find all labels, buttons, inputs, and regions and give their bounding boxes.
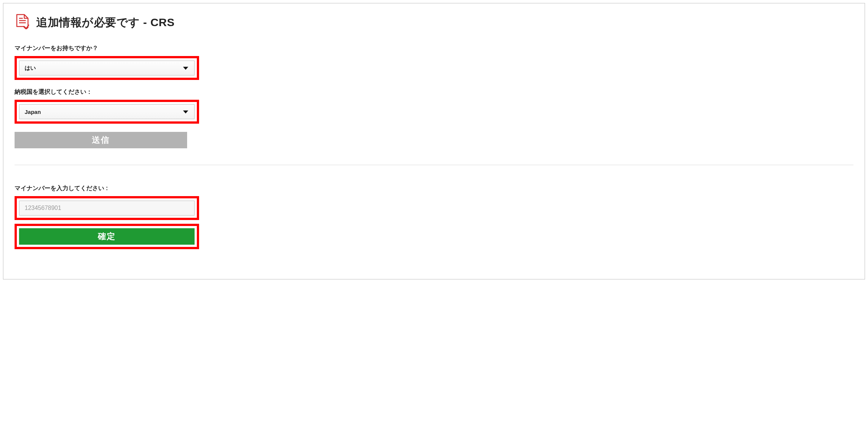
document-icon <box>15 14 30 31</box>
confirm-highlight: 確定 <box>15 224 199 249</box>
chevron-down-icon <box>183 67 188 70</box>
form-panel: 追加情報が必要です - CRS マイナンバーをお持ちですか？ はい 納税国を選択… <box>3 3 865 279</box>
tax-country-select[interactable]: Japan <box>19 104 195 119</box>
panel-header: 追加情報が必要です - CRS <box>15 14 853 31</box>
section-divider <box>15 165 853 165</box>
mynumber-input-highlight <box>15 196 199 220</box>
chevron-down-icon <box>183 111 188 114</box>
mynumber-has-label: マイナンバーをお持ちですか？ <box>15 44 853 52</box>
mynumber-input[interactable] <box>19 201 195 216</box>
tax-country-label: 納税国を選択してください： <box>15 88 853 96</box>
mynumber-has-value: はい <box>25 65 36 72</box>
mynumber-has-highlight: はい <box>15 56 199 80</box>
tax-country-value: Japan <box>25 109 41 115</box>
confirm-button[interactable]: 確定 <box>19 228 195 245</box>
mynumber-input-label: マイナンバーを入力してください : <box>15 185 853 192</box>
send-button[interactable]: 送信 <box>15 132 187 148</box>
tax-country-highlight: Japan <box>15 100 199 124</box>
mynumber-has-select[interactable]: はい <box>19 61 195 75</box>
page-title: 追加情報が必要です - CRS <box>36 15 175 30</box>
